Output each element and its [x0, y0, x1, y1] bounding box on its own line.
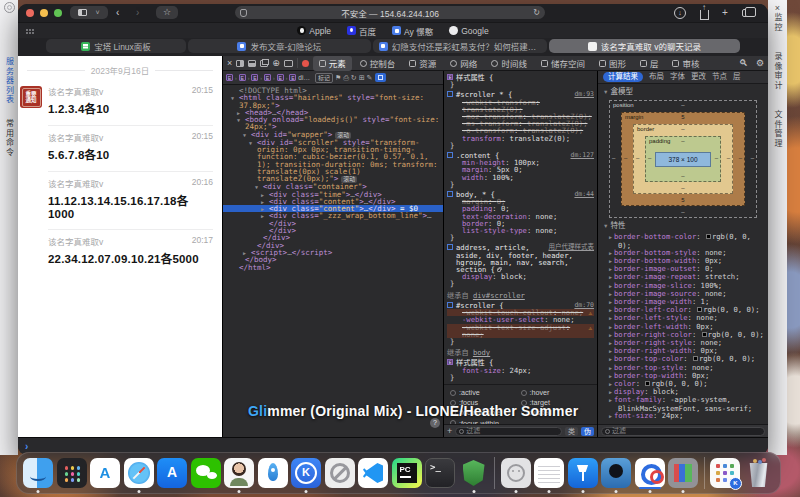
properties-header[interactable]: ▼特性 — [598, 218, 768, 232]
window-minimize-button[interactable] — [40, 9, 48, 17]
new-tab-button[interactable]: + — [722, 7, 728, 19]
inspector-tab-5[interactable]: 时间线 — [485, 56, 533, 71]
dock-xcode-icon[interactable]: A — [90, 458, 120, 488]
gear-icon[interactable]: ⚙︎ — [756, 58, 764, 68]
breadcrumb-element-icon[interactable]: E — [264, 74, 271, 81]
mark-button[interactable]: 标记 — [315, 73, 333, 83]
dom-node[interactable]: ▼<body onload="loadedjs()" style="font-s… — [223, 116, 443, 131]
panel-tab-5[interactable]: 节点 — [712, 73, 727, 80]
dock-books-icon[interactable] — [668, 458, 698, 488]
favorite-apple[interactable]: Apple — [297, 26, 331, 36]
styles-filter-input[interactable]: 过滤 — [455, 427, 562, 436]
undock-icon[interactable] — [260, 60, 268, 67]
panel-tab-3[interactable]: 字体 — [670, 73, 685, 80]
inspector-tab-1[interactable]: 元素 — [313, 56, 352, 71]
panel-tab-1[interactable]: 计算结果 — [603, 72, 643, 82]
window-close-button[interactable] — [26, 9, 34, 17]
edit-icon[interactable]: ✎ — [367, 74, 373, 82]
tab-overview-button[interactable] — [742, 9, 751, 17]
dock-trash-icon[interactable] — [744, 458, 774, 488]
left-app-item-common-commands[interactable]: 常用命令 — [4, 119, 15, 157]
force-reload-icon[interactable]: ↻ — [351, 74, 357, 82]
downloads-button[interactable]: ↓ — [674, 7, 686, 19]
dock-wechat-icon[interactable] — [191, 458, 221, 488]
css-property[interactable]: -webkit-transform: translateZ(0); — [447, 99, 594, 113]
style-rule[interactable]: dm:127.content {min-height: 100px;margin… — [447, 152, 594, 188]
style-rule[interactable]: dm:93#scroller * {-webkit-transform: tra… — [447, 91, 594, 149]
dock-baota-icon[interactable] — [459, 458, 489, 488]
issues-badge[interactable] — [302, 60, 309, 67]
tab-1[interactable]: 宝塔 Linux面板 — [46, 39, 186, 53]
forward-button[interactable]: › — [136, 7, 139, 19]
tab-4[interactable]: 该名字真难取 v的聊天记录 — [549, 39, 740, 53]
breadcrumb-element-icon[interactable]: E — [226, 74, 233, 81]
dom-node[interactable]: </div> — [223, 227, 443, 234]
dock-launchpad-icon[interactable] — [57, 458, 87, 488]
style-rule[interactable]: E样式属性 {font-size: 24px;} — [447, 359, 594, 381]
computed-property[interactable]: ▶font-family: -apple-system, BlinkMacSys… — [602, 396, 764, 411]
inspector-close-icon[interactable]: × — [227, 58, 232, 68]
css-property[interactable]: -webkit-text-size-adjust: none;⚠ — [447, 324, 594, 338]
panel-tab-6[interactable]: 层 — [733, 73, 741, 80]
rule-source-link[interactable]: dm:44 — [574, 191, 594, 198]
inspector-tab-7[interactable]: 图形 — [593, 56, 632, 71]
right-app-item-monitor[interactable]: 监控 — [772, 13, 783, 32]
pseudo-toggle-hover[interactable]: :hover — [521, 389, 592, 396]
dock-blocked-icon[interactable] — [325, 458, 355, 488]
left-app-item-server-list[interactable]: 服务器列表 — [4, 57, 15, 105]
computed-property[interactable]: ▶font-size: 24px; — [602, 412, 764, 420]
style-rule[interactable]: 用户代理样式表address, article, aside, div, foo… — [447, 244, 594, 287]
right-background-app[interactable]: × 监控 录像审计 文件管理 — [768, 0, 787, 455]
rule-source-link[interactable]: dm:93 — [574, 91, 594, 98]
favorite-baidu[interactable]: 百度 — [347, 25, 376, 37]
breadcrumb-element-icon[interactable]: E — [277, 74, 284, 81]
close-icon[interactable]: × — [775, 3, 780, 13]
dock-terminal-icon[interactable] — [425, 458, 455, 488]
page-settings-icon[interactable] — [240, 9, 247, 17]
dom-node[interactable]: </html> — [223, 264, 443, 271]
style-rule[interactable]: E样式属性 {} — [447, 74, 594, 88]
frequently-visited-grid-icon[interactable] — [26, 29, 28, 31]
inspector-tab-9[interactable]: 审核 — [666, 56, 705, 71]
css-property[interactable]: list-style-type: none; — [447, 227, 594, 234]
dock-vscode-icon[interactable] — [358, 458, 388, 488]
print-styles-icon[interactable]: ⎙ — [343, 74, 349, 82]
dock-contacts-icon[interactable] — [224, 458, 254, 488]
dock-app-store-icon[interactable]: A — [157, 458, 187, 488]
lyrics-help-icon[interactable]: ? — [430, 418, 440, 428]
pseudo-toggle-active[interactable]: :active — [450, 389, 521, 396]
dock-rocket-icon[interactable] — [258, 458, 288, 488]
panel-tab-4[interactable]: 更改 — [691, 73, 706, 80]
favorites-star-button[interactable]: ☆ — [156, 6, 178, 19]
right-app-item-recording-audit[interactable]: 录像审计 — [772, 52, 783, 90]
css-property[interactable]: display: block; — [447, 273, 594, 280]
dock-safari-icon[interactable] — [124, 458, 154, 488]
classes-toggle-button[interactable]: 类 — [565, 427, 578, 436]
left-background-app[interactable]: 服务器列表 常用命令 — [0, 0, 18, 455]
address-bar[interactable]: 不安全 — 154.64.244.106 ↻ — [235, 6, 545, 19]
frames-icon[interactable]: ⊞ — [359, 74, 365, 82]
share-button[interactable] — [700, 10, 709, 20]
dock-speaker-icon[interactable] — [601, 458, 631, 488]
box-model-header[interactable]: ▼盒模型 — [598, 84, 768, 98]
dock-bottom-icon[interactable] — [248, 60, 256, 67]
sidebar-toggle-group[interactable]: ˅ — [70, 6, 108, 19]
favorite-google[interactable]: Google — [449, 26, 488, 36]
window-zoom-button[interactable] — [54, 9, 62, 17]
style-rule[interactable]: dm:70#scroller {-webkit-touch-callout: n… — [447, 302, 594, 345]
dock-notes-icon[interactable] — [534, 458, 564, 488]
dock-finder-icon[interactable] — [23, 458, 53, 488]
css-property[interactable]: width: 100%; — [447, 174, 594, 181]
breadcrumb-element-icon[interactable]: E — [251, 74, 258, 81]
inspector-tab-6[interactable]: 储存空间 — [535, 56, 591, 71]
inspect-element-icon[interactable]: ⊕ — [272, 58, 280, 68]
breadcrumb-element-icon[interactable]: E — [289, 74, 296, 81]
pseudo-toggle-button[interactable]: 伪 — [581, 427, 594, 436]
search-icon[interactable]: 🔍︎ — [739, 58, 748, 68]
box-model-diagram[interactable]: position – – – – margin 5 5 – – — [609, 100, 757, 218]
dock-baidu-netdisk-icon[interactable] — [635, 458, 665, 488]
reload-icon[interactable]: ↻ — [533, 8, 540, 17]
right-app-item-file-manager[interactable]: 文件管理 — [772, 110, 783, 148]
panel-tab-2[interactable]: 布局 — [649, 73, 664, 80]
dom-node[interactable]: ▶<div class="_zzz_wrap_bottom_line">…</d… — [223, 212, 443, 227]
